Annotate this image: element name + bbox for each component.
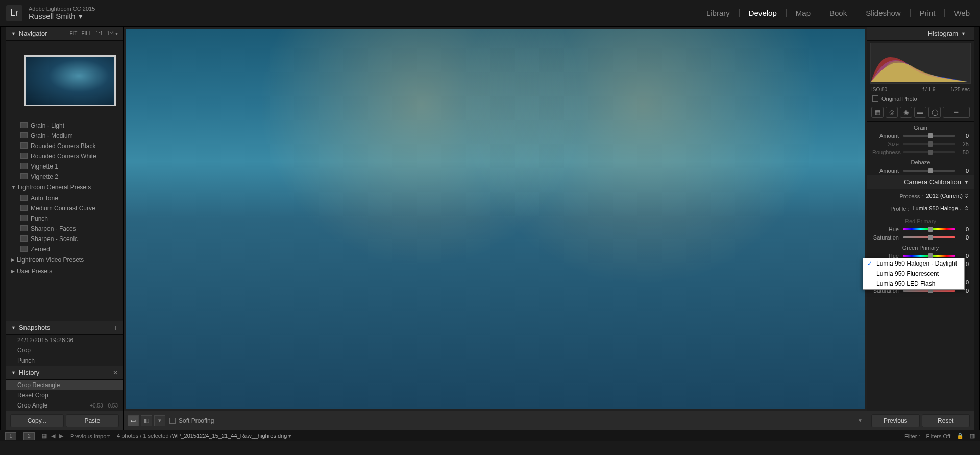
snapshot-item[interactable]: Punch [6, 355, 123, 366]
previous-button[interactable]: Previous [871, 414, 920, 427]
navigator-header[interactable]: ▼ Navigator FITFILL1:11:4 ▾ [6, 27, 123, 41]
app-title: Adobe Lightroom CC 2015 [29, 6, 95, 12]
dehaze-section: Dehaze [867, 156, 974, 166]
module-map[interactable]: Map [787, 9, 820, 17]
preset-item[interactable]: Medium Contrast Curve [6, 203, 123, 213]
photo-canvas[interactable] [126, 29, 865, 409]
filter-dropdown[interactable]: Filters Off [926, 433, 950, 439]
preset-item[interactable]: Zeroed [6, 244, 123, 254]
aperture-value: f / 1.9 [922, 87, 935, 92]
red-sat-slider[interactable] [903, 236, 955, 238]
profile-option[interactable]: Lumia 950 Halogen - Daylight [863, 258, 964, 269]
reset-button[interactable]: Reset [922, 414, 970, 427]
chevron-down-icon: ▼ [964, 180, 969, 185]
module-print[interactable]: Print [911, 9, 945, 17]
monitor-1-button[interactable]: 1 [5, 432, 16, 440]
preset-item[interactable]: Grain - Light [6, 121, 123, 131]
iso-value: ISO 80 [871, 87, 887, 92]
paste-button[interactable]: Paste [66, 414, 119, 427]
profile-option[interactable]: Lumia 950 LED Flash [863, 279, 964, 289]
green-primary-section: Green Primary [867, 242, 974, 252]
chevron-down-icon: ▼ [11, 325, 16, 330]
gradient-tool[interactable]: ▬ [914, 107, 926, 118]
module-library[interactable]: Library [697, 9, 740, 17]
navigator-thumbnail[interactable] [24, 55, 116, 106]
nav-back-icon[interactable]: ◀ [51, 433, 55, 439]
monitor-2-button[interactable]: 2 [23, 432, 35, 440]
crop-tool[interactable]: ▦ [871, 107, 884, 118]
history-item[interactable]: Crop Angle+0.530.53 [6, 400, 123, 411]
process-dropdown[interactable]: 2012 (Current) ⇕ [926, 193, 969, 199]
app-logo: Lr [6, 5, 22, 21]
right-edge-strip[interactable] [974, 27, 980, 430]
brush-tool[interactable]: ━ [943, 107, 970, 118]
snapshots-header[interactable]: ▼ Snapshots + [6, 321, 123, 335]
redeye-tool[interactable]: ◉ [900, 107, 912, 118]
close-icon[interactable]: ✕ [113, 369, 118, 376]
preset-item[interactable]: Rounded Corners White [6, 151, 123, 161]
preset-item[interactable]: Auto Tone [6, 193, 123, 203]
module-web[interactable]: Web [945, 9, 970, 17]
histogram[interactable] [870, 43, 971, 84]
import-source[interactable]: Previous Import [70, 433, 110, 439]
nav-zoom-FILL[interactable]: FILL [81, 31, 91, 36]
red-hue-slider[interactable] [903, 228, 955, 230]
original-photo-checkbox[interactable]: Original Photo [867, 93, 974, 104]
chevron-down-icon: ▼ [11, 31, 16, 36]
grain-size-slider [903, 143, 955, 145]
filter-lock-icon[interactable]: 🔒 [957, 433, 964, 439]
grid-icon[interactable]: ▦ [42, 433, 47, 439]
user-menu[interactable]: Russell Smith▾ [29, 12, 95, 21]
blue-sat-slider[interactable] [903, 290, 955, 292]
module-slideshow[interactable]: Slideshow [856, 9, 910, 17]
preset-folder[interactable]: ▶ User Presets [6, 266, 123, 277]
loupe-view-button[interactable]: ▭ [128, 415, 139, 426]
preset-item[interactable]: Sharpen - Faces [6, 224, 123, 234]
soft-proofing-checkbox[interactable]: Soft Proofing [169, 417, 214, 424]
chevron-down-icon: ▼ [11, 370, 16, 375]
preset-item[interactable]: Punch [6, 213, 123, 224]
history-item[interactable]: Reset Crop [6, 390, 123, 400]
dehaze-amount-slider[interactable] [903, 170, 955, 172]
nav-zoom-1-1[interactable]: 1:1 [95, 31, 103, 36]
copy-button[interactable]: Copy... [10, 414, 64, 427]
snapshot-item[interactable]: 24/12/2015 19:26:36 [6, 335, 123, 345]
radial-tool[interactable]: ◯ [928, 107, 941, 118]
camera-calibration-header[interactable]: Camera Calibration▼ [867, 175, 974, 189]
profile-dropdown[interactable]: Lumia 950 Haloge... ⇕ [912, 205, 969, 212]
profile-option[interactable]: Lumia 950 Fluorescent [863, 269, 964, 279]
module-develop[interactable]: Develop [740, 9, 787, 17]
histogram-header[interactable]: Histogram▼ [867, 27, 974, 41]
grain-roughness-slider [903, 151, 955, 153]
red-primary-section: Red Primary [867, 215, 974, 225]
grain-amount-slider[interactable] [903, 135, 955, 137]
filename[interactable]: WP_20151224_15_21_44_Raw__highres.dng [172, 433, 287, 439]
filter-label: Filter : [904, 433, 920, 439]
module-book[interactable]: Book [820, 9, 856, 17]
nav-fwd-icon[interactable]: ▶ [59, 433, 63, 439]
grain-section: Grain [867, 122, 974, 132]
focal-dash: — [902, 87, 908, 92]
filmstrip-toggle-icon[interactable]: ▥ [970, 433, 975, 439]
preset-folder[interactable]: ▼ Lightroom General Presets [6, 182, 123, 193]
preset-item[interactable]: Vignette 2 [6, 172, 123, 182]
history-item[interactable]: Crop Rectangle [6, 380, 123, 390]
history-header[interactable]: ▼ History ✕ [6, 366, 123, 380]
chevron-down-icon: ▾ [79, 12, 83, 21]
toolbar-expand[interactable]: ▼ [857, 418, 863, 423]
spot-tool[interactable]: ◎ [886, 107, 898, 118]
preset-folder[interactable]: ▶ Lightroom Video Presets [6, 254, 123, 266]
before-after-button[interactable]: ◧ [141, 415, 152, 426]
before-after-options[interactable]: ▾ [154, 415, 165, 426]
preset-item[interactable]: Rounded Corners Black [6, 141, 123, 151]
preset-item[interactable]: Grain - Medium [6, 131, 123, 141]
snapshot-item[interactable]: Crop [6, 345, 123, 355]
preset-item[interactable]: Vignette 1 [6, 161, 123, 172]
profile-dropdown-menu: Lumia 950 Halogen - DaylightLumia 950 Fl… [863, 258, 965, 290]
left-edge-strip[interactable] [0, 27, 6, 430]
preset-item[interactable]: Sharpen - Scenic [6, 234, 123, 244]
plus-icon[interactable]: + [114, 324, 118, 332]
green-hue-slider[interactable] [903, 255, 955, 257]
nav-zoom-FIT[interactable]: FIT [69, 31, 77, 36]
nav-zoom-1-4[interactable]: 1:4 ▾ [107, 31, 118, 36]
